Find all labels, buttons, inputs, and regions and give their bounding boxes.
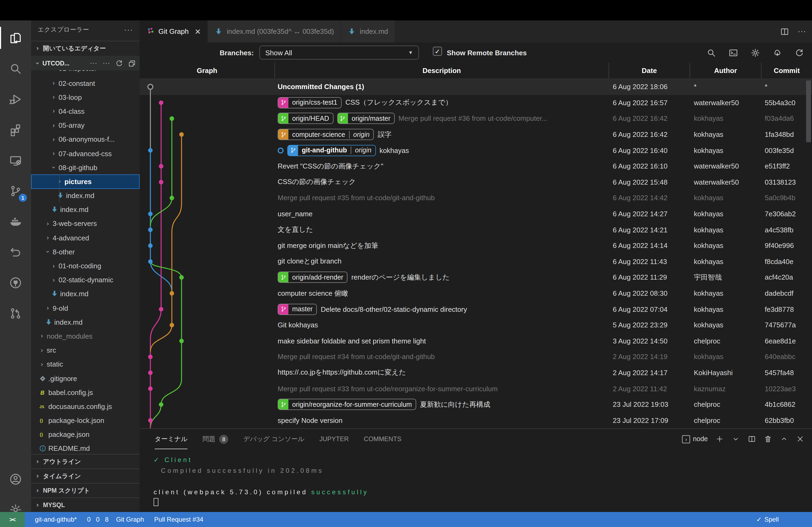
refresh-icon[interactable]	[115, 59, 124, 67]
activitybar-history-icon[interactable]	[0, 237, 31, 267]
tree-item-3-web-servers[interactable]: ›3-web-servers	[31, 217, 140, 231]
activitybar-run-debug-icon[interactable]	[0, 84, 31, 114]
terminal-output[interactable]: ✓ Client Compiled successfully in 202.08…	[154, 454, 807, 508]
caretdown-icon[interactable]	[731, 435, 740, 443]
new-file-icon[interactable]	[89, 59, 98, 67]
sidebar-section-NPM スクリプト[interactable]: ›NPM スクリプト	[31, 483, 140, 497]
tree-item-.gitignore[interactable]: .gitignore	[31, 371, 140, 385]
spell-checker[interactable]: ✓ Spell	[756, 516, 779, 523]
statusbar-branch[interactable]: git-and-github*	[32, 516, 77, 523]
refresh-icon[interactable]	[794, 47, 804, 58]
tab-index.md[interactable]: index.md (003fe35d^ ↔ 003fe35d)	[208, 20, 341, 42]
collapse-icon[interactable]	[128, 59, 136, 67]
branch-badge-git-and-github[interactable]: git-and-githuborigin	[287, 145, 376, 156]
column-header-commit[interactable]: Commit	[761, 63, 812, 78]
sidebar-section-タイムライン[interactable]: ›タイムライン	[31, 468, 140, 483]
more-icon[interactable]	[797, 27, 807, 36]
activitybar-pull-request-icon[interactable]	[0, 298, 31, 328]
commit-row[interactable]: computer-scienceorigin誤字6 Aug 2022 16:42…	[140, 127, 812, 142]
tab-git[interactable]: Git Graph✕	[140, 20, 208, 42]
commit-row[interactable]: 文を直した6 Aug 2022 14:21kokhayasa4c538fb	[140, 222, 812, 238]
tree-item-babel.config.js[interactable]: Bbabel.config.js	[31, 385, 140, 399]
column-header-author[interactable]: Author	[690, 63, 761, 78]
tree-item-pictures[interactable]: ›pictures	[31, 175, 140, 189]
tree-item-02-constant[interactable]: ›02-constant	[31, 76, 140, 90]
tab-index.md[interactable]: index.md	[341, 20, 395, 42]
workspace-header[interactable]: › UTCOD...	[31, 56, 140, 70]
remote-indicator[interactable]: ><	[0, 512, 25, 527]
activitybar-extensions-icon[interactable]	[0, 114, 31, 145]
statusbar-problems[interactable]: 0 0 8	[84, 516, 108, 523]
commit-row[interactable]: Revert "CSSの節の画像チェック"6 Aug 2022 16:10wat…	[140, 158, 812, 174]
branch-badge-origin/HEAD[interactable]: origin/HEAD	[278, 113, 334, 124]
tree-item-nodemodules[interactable]: ›node_modules	[31, 329, 140, 343]
tree-item-src[interactable]: ›src	[31, 343, 140, 357]
tree-item-08-git-github[interactable]: ›08-git-github	[31, 161, 140, 175]
splitsm-icon[interactable]	[748, 435, 756, 443]
commit-row[interactable]: Git kokhayas5 Aug 2022 23:29kokhayas7475…	[140, 317, 812, 333]
commit-row[interactable]: https://.co.jpをhttps://github.comに変えた2 A…	[140, 365, 812, 380]
activitybar-explorer-icon[interactable]	[0, 22, 31, 53]
activitybar-search-icon[interactable]	[0, 53, 31, 84]
commit-row[interactable]: Uncommitted Changes (1)6 Aug 2022 18:06*…	[140, 79, 812, 95]
commit-row[interactable]: origin/add-renderrenderのページを編集しました6 Aug …	[140, 269, 812, 285]
closex-icon[interactable]	[796, 435, 804, 443]
commit-row[interactable]: Merge pull request #33 from ut-code/reor…	[140, 381, 812, 396]
show-remote-branches-checkbox[interactable]: ✓	[433, 47, 442, 56]
statusbar-git-graph[interactable]: Git Graph	[116, 516, 144, 523]
branches-dropdown[interactable]: Show All ▼	[259, 46, 419, 60]
tree-item-package.json[interactable]: {}package.json	[31, 427, 140, 441]
tree-item-01-inspector[interactable]: ›01-inspector	[31, 70, 140, 76]
commit-row[interactable]: origin/reorganize-for-summer-curriculum夏…	[140, 396, 812, 412]
search-icon[interactable]	[706, 47, 716, 58]
commit-row[interactable]: origin/css-test1CSS（フレックスボックスまで）6 Aug 20…	[140, 95, 812, 110]
chevup-icon[interactable]	[780, 435, 788, 443]
commit-row[interactable]: git cloneとgit branch6 Aug 2022 11:43kokh…	[140, 254, 812, 269]
tree-item-index.md[interactable]: index.md	[31, 287, 140, 301]
panel-tab-問題[interactable]: 問題8	[202, 429, 228, 449]
close-icon[interactable]: ✕	[195, 27, 201, 36]
branch-badge-computer-science[interactable]: computer-scienceorigin	[278, 129, 374, 140]
commit-row[interactable]: git merge origin mainなどを加筆6 Aug 2022 14:…	[140, 238, 812, 254]
activitybar-accounts-icon[interactable]	[0, 464, 31, 494]
terminal-shell-selector[interactable]: ›node	[682, 435, 708, 443]
activitybar-github-icon[interactable]	[0, 267, 31, 298]
commit-row[interactable]: Merge pull request #34 from ut-code/git-…	[140, 349, 812, 365]
open-editors-section[interactable]: ›開いているエディター	[31, 41, 140, 55]
plus-icon[interactable]	[715, 435, 724, 443]
tree-item-README.md[interactable]: README.md	[31, 442, 140, 456]
branch-badge-master[interactable]: master	[278, 303, 317, 315]
termbox-icon[interactable]	[728, 47, 738, 58]
activitybar-remote-explorer-icon[interactable]	[0, 145, 31, 176]
tree-item-docusaurus.config.js[interactable]: JSdocusaurus.config.js	[31, 400, 140, 413]
tree-item-index.md[interactable]: index.md	[31, 315, 140, 329]
column-header-description[interactable]: Description	[274, 63, 608, 78]
panel-tab-JUPYTER[interactable]: JUPYTER	[319, 429, 349, 449]
tree-item-4-advanced[interactable]: ›4-advanced	[31, 231, 140, 245]
panel-tab-デバッグ コンソール[interactable]: デバッグ コンソール	[243, 429, 304, 449]
sidebar-more-icon[interactable]: ···	[124, 25, 133, 34]
new-folder-icon[interactable]	[102, 59, 111, 67]
tree-item-04-class[interactable]: ›04-class	[31, 104, 140, 118]
commit-row[interactable]: make sidebar foldable and set prism them…	[140, 333, 812, 349]
panel-tab-COMMENTS[interactable]: COMMENTS	[364, 429, 402, 449]
trash-icon[interactable]	[764, 435, 772, 443]
tree-item-static[interactable]: ›static	[31, 358, 140, 371]
commit-row[interactable]: specify Node version23 Jul 2022 17:09che…	[140, 412, 812, 428]
commit-row[interactable]: user_name6 Aug 2022 14:27kokhayas7e306ab…	[140, 206, 812, 222]
statusbar-pull-request[interactable]: Pull Request #34	[151, 516, 203, 523]
branch-badge-origin/reorganize-for-summer-curriculum[interactable]: origin/reorganize-for-summer-curriculum	[278, 399, 416, 410]
panel-tab-ターミナル[interactable]: ターミナル	[155, 429, 187, 449]
commit-row[interactable]: origin/HEADorigin/masterMerge pull reque…	[140, 110, 812, 126]
scrollbar-thumb[interactable]	[806, 80, 811, 142]
tree-item-9-old[interactable]: ›9-old	[31, 301, 140, 315]
column-header-date[interactable]: Date	[608, 63, 690, 78]
commit-row[interactable]: masterDelete docs/8-other/02-static-dyna…	[140, 301, 812, 317]
column-header-graph[interactable]: Graph	[140, 63, 274, 78]
sidebar-section-アウトライン[interactable]: ›アウトライン	[31, 454, 140, 468]
commit-row[interactable]: Merge pull request #35 from ut-code/git-…	[140, 190, 812, 206]
cloud-icon[interactable]	[772, 47, 782, 58]
tree-item-01-not-coding[interactable]: ›01-not-coding	[31, 259, 140, 273]
branch-badge-origin/master[interactable]: origin/master	[337, 113, 395, 124]
tree-item-8-other[interactable]: ›8-other	[31, 245, 140, 259]
